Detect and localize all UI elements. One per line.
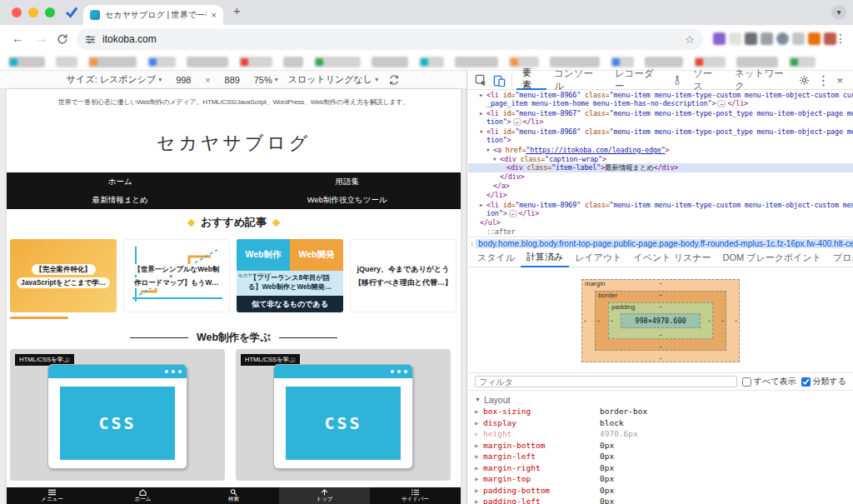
- bookmark-item[interactable]: [88, 57, 137, 67]
- bottom-nav-sidebar[interactable]: サイドバー: [370, 487, 461, 504]
- tab-layout[interactable]: レイアウト: [569, 249, 627, 267]
- device-toolbar-toggle-icon[interactable]: [491, 74, 506, 87]
- margin-left-value[interactable]: -: [584, 317, 586, 325]
- devtools-menu-icon[interactable]: ⋮: [816, 72, 830, 88]
- code-line[interactable]: ▼<li id="menu-item-8968" class="menu-ite…: [468, 127, 853, 136]
- device-size-select[interactable]: サイズ: レスポンシブ▾: [67, 73, 162, 86]
- bookmark-item[interactable]: [645, 57, 683, 67]
- bottom-nav-search[interactable]: 検索: [188, 487, 279, 504]
- learn-card[interactable]: HTML/CSSを学ぶ CSS: [10, 349, 225, 481]
- bookmark-item[interactable]: [147, 57, 176, 67]
- bookmark-item[interactable]: [314, 57, 361, 67]
- code-line[interactable]: <div class="item-label">最新情報まとめ</div>: [468, 163, 853, 172]
- article-card[interactable]: 【完全案件特化】 JavaScriptをどこまで学…: [10, 239, 117, 312]
- bookmark-item[interactable]: [372, 57, 408, 67]
- breadcrumb[interactable]: body.home.blog.body.front-top-page.publi…: [476, 239, 853, 248]
- tab-console[interactable]: コンソール: [548, 71, 607, 90]
- bookmark-item[interactable]: [239, 57, 272, 67]
- url-text[interactable]: itokoba.com: [102, 33, 678, 45]
- inspect-element-icon[interactable]: [473, 74, 489, 87]
- cards-scroll-indicator[interactable]: [10, 317, 68, 319]
- code-line[interactable]: ▼<a href="https://itokoba.com/leading-ed…: [468, 145, 853, 154]
- code-line[interactable]: </li>: [468, 191, 853, 200]
- bookmark-item[interactable]: [8, 57, 45, 67]
- computed-property-row[interactable]: ▶margin-bottom0px: [475, 440, 846, 452]
- bookmark-item[interactable]: [611, 57, 634, 67]
- padding-left-value[interactable]: -: [611, 317, 613, 325]
- extension-icon[interactable]: [761, 32, 773, 45]
- bottom-nav-home[interactable]: ホーム: [97, 487, 188, 504]
- tab-close-icon[interactable]: ×: [212, 10, 217, 20]
- bookmark-item[interactable]: [187, 57, 228, 67]
- bookmark-item[interactable]: [550, 57, 600, 67]
- bookmark-item[interactable]: [56, 57, 77, 67]
- code-line[interactable]: </div>: [468, 172, 853, 182]
- zoom-window-button[interactable]: [45, 7, 55, 17]
- rotate-icon[interactable]: [388, 74, 400, 86]
- bottom-nav-top[interactable]: トップ: [279, 487, 370, 504]
- computed-property-row[interactable]: ▶padding-left0px: [475, 496, 846, 504]
- bookmark-item[interactable]: [419, 57, 444, 67]
- content-dimensions[interactable]: 998×4970.600: [621, 313, 701, 328]
- show-all-checkbox[interactable]: すべて表示: [742, 376, 796, 387]
- code-line[interactable]: ion">…</li>: [468, 209, 853, 218]
- tab-sources[interactable]: ソース: [687, 71, 727, 90]
- extension-icon[interactable]: [792, 32, 805, 45]
- filter-input[interactable]: [475, 376, 737, 387]
- code-line[interactable]: tion">…</li>: [468, 117, 853, 127]
- bookmark-item[interactable]: [283, 57, 303, 67]
- learn-card[interactable]: HTML/CSSを学ぶ CSS: [236, 349, 451, 481]
- code-line[interactable]: ▶<li id="menu-item-8967" class="menu-ite…: [468, 108, 853, 117]
- new-tab-button[interactable]: +: [233, 3, 241, 17]
- tab-network[interactable]: ネットワーク: [729, 71, 797, 90]
- border-left-value[interactable]: -: [597, 317, 600, 325]
- forward-icon[interactable]: →: [35, 31, 47, 45]
- tab-search-button[interactable]: ▾: [831, 5, 846, 20]
- code-line[interactable]: tion">: [468, 136, 853, 145]
- minimize-window-button[interactable]: [28, 7, 38, 17]
- bookmark-item[interactable]: [736, 57, 778, 67]
- site-title[interactable]: セカヤサブログ: [7, 131, 461, 156]
- computed-property-row[interactable]: ▶box-sizingborder-box: [475, 406, 846, 417]
- tab-dom-breakpoints[interactable]: DOM ブレークポイント: [716, 249, 827, 267]
- computed-property-row[interactable]: ▶displayblock: [475, 417, 846, 429]
- bookmark-item[interactable]: [694, 57, 726, 67]
- address-bar[interactable]: itokoba.com ☆: [77, 28, 703, 50]
- box-model-diagram[interactable]: margin - - border - - padding - - 998×49…: [581, 279, 740, 362]
- code-line[interactable]: _page_item menu-item-home menu-item-has-…: [468, 99, 853, 108]
- bottom-nav-menu[interactable]: メニュー: [7, 487, 97, 504]
- tab-properties[interactable]: プロパティ: [827, 249, 853, 267]
- tab-event-listeners[interactable]: イベント リスナー: [628, 249, 717, 267]
- padding-right-value[interactable]: -: [708, 317, 711, 325]
- nav-item-home[interactable]: ホーム: [7, 172, 234, 191]
- tab-styles[interactable]: スタイル: [471, 249, 521, 267]
- layout-section-header[interactable]: ▼ Layout: [475, 393, 846, 406]
- nav-item-latest[interactable]: 最新情報まとめ: [7, 191, 234, 209]
- border-right-value[interactable]: -: [721, 317, 724, 325]
- article-card[interactable]: Web制作 Web開発 セカヤサブログ 【フリーランス8年目が語 る】Web制作…: [237, 239, 343, 312]
- close-window-button[interactable]: [12, 7, 22, 17]
- nav-item-glossary[interactable]: 用語集: [234, 172, 461, 191]
- code-line[interactable]: ▶<li id="menu-item-8969" class="menu-ite…: [468, 200, 853, 209]
- computed-property-row[interactable]: ▶height4970.6px: [475, 428, 846, 440]
- bookmark-item[interactable]: [789, 57, 816, 67]
- tab-computed[interactable]: 計算済み: [521, 249, 569, 267]
- code-line[interactable]: ▶<li id="menu-item-8966" class="menu-ite…: [468, 90, 853, 99]
- article-card[interactable]: 【世界一シンプルなWeb制 作ロードマップ】もうW…: [123, 239, 230, 312]
- extension-icon[interactable]: [745, 32, 757, 45]
- article-card[interactable]: jQuery、今までありがとう 【移行すべき理由と代替…】: [350, 239, 456, 312]
- code-line[interactable]: ▼<div class="caption-wrap">: [468, 154, 853, 163]
- margin-right-value[interactable]: -: [735, 317, 737, 325]
- nav-item-tools[interactable]: Web制作役立ちツール: [234, 191, 461, 209]
- settings-gear-icon[interactable]: [799, 75, 810, 86]
- reload-icon[interactable]: [57, 33, 68, 45]
- code-line[interactable]: </ul>: [468, 218, 853, 227]
- devtools-close-icon[interactable]: ×: [836, 74, 843, 87]
- viewport-width-input[interactable]: [172, 75, 195, 85]
- tab-recorder[interactable]: レコーダー: [609, 71, 668, 90]
- back-icon[interactable]: ←: [12, 31, 24, 45]
- extension-icon[interactable]: [729, 32, 741, 45]
- viewport-height-input[interactable]: [221, 75, 244, 85]
- computed-property-row[interactable]: ▶margin-left0px: [475, 451, 846, 462]
- bookmark-star-icon[interactable]: ☆: [685, 33, 695, 46]
